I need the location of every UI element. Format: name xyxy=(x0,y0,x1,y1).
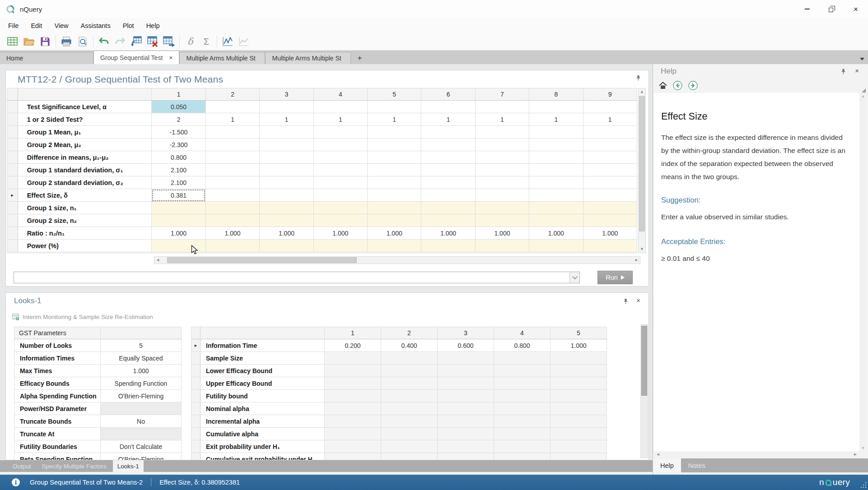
looks-cell[interactable] xyxy=(381,415,438,428)
row-label[interactable]: Exit probability under H₁ xyxy=(201,440,325,453)
looks-cell[interactable] xyxy=(325,453,381,461)
grid-cell[interactable]: 2.100 xyxy=(152,176,206,189)
grid-cell[interactable] xyxy=(421,139,475,151)
column-header[interactable]: 7 xyxy=(475,88,529,101)
looks-cell[interactable] xyxy=(381,365,438,377)
row-label[interactable]: Difference in means, μ₁-μ₂ xyxy=(18,151,152,164)
grid-cell[interactable] xyxy=(313,101,367,113)
grid-cell[interactable]: 1.000 xyxy=(583,227,637,240)
menu-view[interactable]: View xyxy=(54,22,68,29)
menu-help[interactable]: Help xyxy=(146,22,160,29)
grid-cell[interactable] xyxy=(475,101,529,113)
run-options-combobox[interactable] xyxy=(14,272,580,283)
redo-icon[interactable] xyxy=(112,34,128,49)
row-label[interactable]: Sample Size xyxy=(201,352,325,365)
gst-value-cell[interactable] xyxy=(101,402,182,415)
grid-cell[interactable] xyxy=(205,202,259,214)
new-table-icon[interactable] xyxy=(5,34,21,49)
grid-cell[interactable] xyxy=(260,126,313,139)
grid-cell[interactable] xyxy=(313,164,367,176)
grid-cell[interactable]: 1 xyxy=(529,113,583,126)
pin-icon[interactable] xyxy=(635,75,641,81)
grid-cell[interactable]: 1.000 xyxy=(421,227,475,240)
scroll-up-icon[interactable]: ▲ xyxy=(859,94,867,98)
grid-cell[interactable] xyxy=(475,189,529,202)
grid-cell[interactable] xyxy=(583,202,637,214)
grid-cell[interactable] xyxy=(205,101,259,113)
grid-cell[interactable] xyxy=(421,202,475,214)
tab-close-icon[interactable]: × xyxy=(169,54,173,61)
grid-cell[interactable] xyxy=(583,126,637,139)
grid-cell[interactable]: 1.000 xyxy=(529,227,583,240)
grid-cell[interactable] xyxy=(260,139,313,151)
interim-monitoring-link[interactable]: Interim Monitoring & Sample Size Re-Esti… xyxy=(12,314,153,320)
scroll-left-icon[interactable]: ◄ xyxy=(154,257,161,263)
plot-disabled-icon[interactable] xyxy=(236,34,252,49)
row-label[interactable]: Max Times xyxy=(14,365,101,377)
grid-cell[interactable] xyxy=(313,202,367,214)
grid-cell[interactable]: 1 xyxy=(475,113,529,126)
row-label[interactable]: Alpha Spending Function xyxy=(14,390,101,402)
looks-cell[interactable] xyxy=(381,440,438,453)
pin-icon[interactable] xyxy=(623,298,629,305)
grid-cell[interactable] xyxy=(205,189,259,202)
grid-cell[interactable] xyxy=(421,214,475,227)
restore-button[interactable] xyxy=(819,0,844,18)
row-label[interactable]: Ratio : n₂/n₁ xyxy=(18,227,152,240)
delta-icon[interactable]: δ xyxy=(182,34,198,49)
scroll-down-icon[interactable]: ▼ xyxy=(859,446,867,450)
grid-cell[interactable] xyxy=(529,176,583,189)
grid-cell[interactable] xyxy=(529,214,583,227)
looks-cell[interactable]: 0.800 xyxy=(494,339,551,352)
menu-file[interactable]: File xyxy=(8,22,19,29)
gst-value-cell[interactable]: Equally Spaced xyxy=(101,352,182,365)
grid-cell[interactable] xyxy=(529,151,583,164)
row-label[interactable]: Beta Spending Function xyxy=(14,453,101,461)
looks-cell[interactable] xyxy=(381,377,438,390)
column-header[interactable]: 3 xyxy=(438,327,494,339)
looks-cell[interactable]: 0.600 xyxy=(438,339,494,352)
close-button[interactable]: × xyxy=(844,0,868,18)
row-label[interactable]: Futility Boundaries xyxy=(14,440,101,453)
menu-edit[interactable]: Edit xyxy=(31,22,42,29)
row-label[interactable]: Group 2 standard deviation, σ₂ xyxy=(18,176,152,189)
grid-cell[interactable]: 1 xyxy=(260,113,313,126)
grid-cell[interactable] xyxy=(583,101,637,113)
looks-cell[interactable] xyxy=(381,390,438,402)
looks-cell[interactable] xyxy=(438,390,494,402)
grid-cell[interactable] xyxy=(583,164,637,176)
column-header[interactable]: 8 xyxy=(529,88,583,101)
looks-cell[interactable] xyxy=(438,415,494,428)
looks-cell[interactable] xyxy=(494,365,551,377)
grid-cell[interactable] xyxy=(421,101,475,113)
row-label[interactable]: 1 or 2 Sided Test? xyxy=(18,113,152,126)
horizontal-scrollbar[interactable]: ◄ ► xyxy=(654,451,859,458)
grid-cell[interactable] xyxy=(313,139,367,151)
print-icon[interactable] xyxy=(58,34,75,49)
grid-cell[interactable] xyxy=(475,164,529,176)
row-label[interactable]: Group 1 standard deviation, σ₁ xyxy=(18,164,152,176)
column-header[interactable]: 5 xyxy=(368,88,421,101)
column-header[interactable]: 2 xyxy=(205,88,259,101)
gst-value-cell[interactable]: 1.000 xyxy=(101,365,182,377)
grid-cell[interactable] xyxy=(421,151,475,164)
grid-cell[interactable]: 1.000 xyxy=(475,227,529,240)
looks-cell[interactable] xyxy=(438,365,494,377)
grid-cell[interactable] xyxy=(475,126,529,139)
row-label[interactable]: Test Significance Level, α xyxy=(18,101,152,113)
grid-cell[interactable] xyxy=(260,176,313,189)
looks-cell[interactable] xyxy=(494,453,551,461)
grid-cell[interactable] xyxy=(583,240,637,252)
grid-cell[interactable] xyxy=(368,151,421,164)
scroll-left-icon[interactable]: ◄ xyxy=(656,452,660,457)
looks-cell[interactable] xyxy=(494,352,551,365)
undo-icon[interactable] xyxy=(96,34,112,49)
grid-cell[interactable] xyxy=(260,101,313,113)
grid-cell[interactable] xyxy=(205,240,259,252)
grid-cell[interactable] xyxy=(205,176,259,189)
looks-cell[interactable]: 0.400 xyxy=(381,339,438,352)
grid-cell[interactable] xyxy=(313,126,367,139)
grid-cell[interactable]: 1 xyxy=(421,113,475,126)
looks-cell[interactable] xyxy=(551,402,607,415)
looks-cell[interactable] xyxy=(494,415,551,428)
